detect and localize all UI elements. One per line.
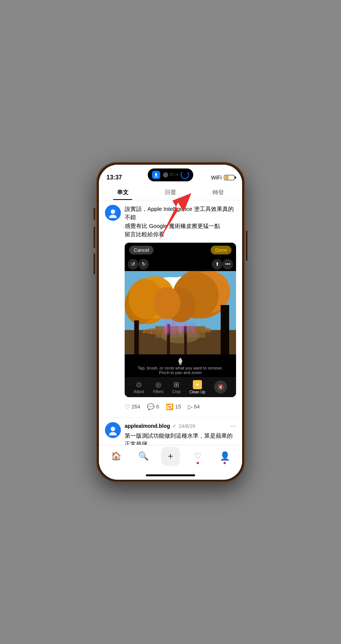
post-1-text: 說實話，Apple Intelligence 塗工具效果真的不錯 感覺有比 Go… — [125, 205, 236, 239]
bookmark-icon: ▷ — [188, 403, 192, 410]
wifi-icon: WiFi — [211, 175, 222, 181]
svg-point-28 — [164, 321, 169, 335]
tab-repost[interactable]: 轉發 — [194, 185, 242, 200]
home-indicator — [146, 474, 195, 476]
di-person-icon — [163, 172, 168, 178]
editor-topbar: Cancel Done — [125, 243, 236, 257]
svg-rect-22 — [134, 320, 139, 354]
brush-icon — [176, 357, 185, 366]
status-time: 13:37 — [106, 174, 122, 181]
main-content: 串文 回覆 轉發 — [99, 185, 242, 480]
search-icon: 🔍 — [138, 451, 149, 461]
editor-cancel-button[interactable]: Cancel — [129, 246, 153, 254]
tab-bar: 串文 回覆 轉發 — [99, 185, 242, 200]
editor-instruction: Tap, brush, or circle what you want to r… — [125, 354, 236, 377]
nav-profile[interactable]: 👤 — [215, 447, 234, 466]
post-2-header: applealmond.blog ✓ 24/8/29 ··· — [125, 422, 236, 430]
phone-frame: 13:37 景仁● WiFi — [97, 162, 244, 482]
avatar-1[interactable] — [105, 205, 121, 221]
nav-compose[interactable]: + — [161, 447, 180, 466]
post-2-text: 第一版測試功能做到這種水準，算是蘋果的正常發揮 — [125, 432, 236, 445]
author-name: applealmond.blog — [125, 423, 170, 429]
svg-point-35 — [208, 330, 210, 332]
editor-done-button[interactable]: Done — [211, 246, 232, 254]
nav-search[interactable]: 🔍 — [134, 447, 153, 466]
volume-down-button[interactable] — [94, 253, 95, 274]
svg-point-26 — [144, 328, 167, 334]
svg-point-18 — [153, 287, 180, 319]
profile-notification-dot — [224, 462, 226, 464]
mute-icon: 🔇 — [217, 384, 224, 390]
editor-tools-row: ↺ ↻ ⬆ ••• — [125, 257, 236, 271]
more-options-icon[interactable]: ••• — [222, 259, 233, 270]
comment-action[interactable]: 💬 6 — [147, 403, 159, 410]
repost-icon: 🔁 — [166, 403, 174, 410]
di-label: 景仁● — [169, 172, 178, 177]
mute-button[interactable] — [94, 208, 95, 220]
brush-icon-area — [127, 357, 234, 366]
bookmark-action[interactable]: ▷ 64 — [188, 403, 200, 410]
editor-bottom-tools: ⊙ Adjust ◎ Filters ⊞ Crop — [125, 377, 236, 397]
verified-icon: ✓ — [172, 423, 177, 429]
nav-home[interactable]: 🏠 — [107, 447, 126, 466]
svg-point-36 — [111, 427, 115, 431]
tab-reply[interactable]: 回覆 — [147, 185, 194, 200]
undo-icon[interactable]: ↺ — [128, 259, 138, 270]
svg-point-4 — [109, 215, 117, 218]
redo-icon[interactable]: ↻ — [138, 259, 149, 270]
svg-point-32 — [191, 323, 195, 334]
adjust-tool[interactable]: ⊙ Adjust — [134, 380, 144, 394]
phone-screen: 13:37 景仁● WiFi — [99, 165, 242, 480]
cleanup-icon: ✦ — [193, 380, 202, 389]
crop-icon: ⊞ — [174, 380, 179, 389]
status-icons: WiFi — [211, 175, 235, 181]
like-action[interactable]: ♡ 264 — [125, 403, 140, 410]
svg-point-29 — [172, 320, 176, 335]
post-1: 說實話，Apple Intelligence 塗工具效果真的不錯 感覺有比 Go… — [99, 200, 242, 418]
svg-point-34 — [151, 332, 152, 333]
comment-icon: 💬 — [147, 403, 155, 410]
feed-scroll[interactable]: 說實話，Apple Intelligence 塗工具效果真的不錯 感覺有比 Go… — [99, 200, 242, 445]
post-2: applealmond.blog ✓ 24/8/29 ··· 第一版測試功能做到… — [99, 418, 242, 445]
avatar-2[interactable] — [105, 422, 121, 438]
nav-likes[interactable]: ♡ — [188, 447, 207, 466]
compose-icon: + — [168, 451, 173, 462]
svg-point-31 — [185, 320, 189, 334]
svg-rect-23 — [221, 305, 229, 354]
battery-fill — [225, 176, 228, 179]
profile-icon: 👤 — [220, 451, 230, 461]
cleanup-tool[interactable]: ✦ Clean Up — [189, 380, 205, 394]
repost-action[interactable]: 🔁 15 — [166, 403, 181, 410]
battery-icon — [224, 175, 235, 180]
di-app-icon — [152, 171, 160, 179]
bottom-nav: 🏠 🔍 + ♡ 👤 — [99, 445, 242, 471]
post-date: 24/8/29 — [179, 423, 195, 429]
photo-area — [125, 271, 236, 354]
upload-icon[interactable]: ⬆ — [212, 259, 222, 270]
svg-rect-0 — [154, 176, 158, 177]
svg-point-37 — [109, 432, 117, 435]
post-2-body: applealmond.blog ✓ 24/8/29 ··· 第一版測試功能做到… — [125, 422, 236, 445]
heart-icon: ♡ — [125, 403, 130, 410]
home-icon: 🏠 — [111, 451, 121, 461]
volume-up-button[interactable] — [94, 227, 95, 248]
svg-point-3 — [111, 209, 115, 214]
more-options-button[interactable]: ··· — [230, 422, 236, 430]
post-1-body: 說實話，Apple Intelligence 塗工具效果真的不錯 感覺有比 Go… — [125, 205, 236, 413]
svg-point-33 — [143, 331, 145, 333]
likes-icon: ♡ — [194, 451, 202, 461]
crop-tool[interactable]: ⊞ Crop — [172, 380, 181, 394]
mute-button-editor[interactable]: 🔇 — [214, 380, 227, 393]
home-bar — [99, 471, 242, 480]
download-icon — [153, 172, 159, 178]
instruction-text-2: Pinch to pan and zoom — [127, 370, 234, 375]
svg-point-30 — [178, 322, 183, 334]
tab-thread[interactable]: 串文 — [99, 185, 147, 200]
likes-notification-dot — [197, 462, 199, 464]
action-bar: ♡ 264 💬 6 🔁 15 — [125, 401, 236, 413]
status-bar: 13:37 景仁● WiFi — [99, 165, 242, 185]
di-circle-icon — [181, 171, 189, 179]
filters-tool[interactable]: ◎ Filters — [153, 380, 163, 394]
di-text: 景仁● — [163, 172, 178, 178]
power-button[interactable] — [246, 231, 247, 261]
